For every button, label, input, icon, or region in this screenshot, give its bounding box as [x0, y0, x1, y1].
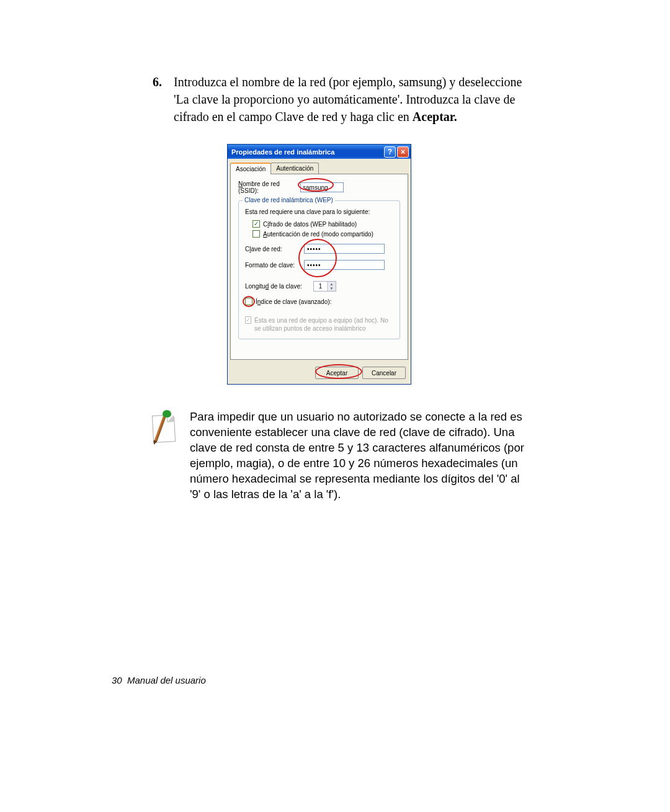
formato-label: Formato de clave: — [245, 262, 304, 269]
page-number: 30 — [112, 675, 122, 685]
longitud-value: 1 — [314, 282, 328, 291]
note-icon — [153, 411, 177, 445]
ssid-label: Nombre de red (SSID): — [238, 181, 300, 194]
dialog-title: Propiedades de red inalámbrica — [231, 148, 383, 156]
step-text-bold: Aceptar. — [413, 110, 457, 123]
ok-button[interactable]: Aceptar — [315, 367, 359, 379]
tabs: Asociación Autenticación — [228, 159, 411, 174]
checkbox-cifrado[interactable]: ✓ — [252, 220, 260, 228]
cancel-button[interactable]: Cancelar — [362, 367, 406, 379]
wep-legend: Clave de red inalámbrica (WEP) — [243, 197, 335, 203]
footer-title: Manual del usuario — [127, 675, 206, 685]
indice-label: Índice de clave (avanzado): — [256, 298, 331, 305]
longitud-spinner[interactable]: 1 ▲▼ — [313, 281, 336, 292]
checkbox-cifrado-label: Cifrado de datos (WEP habilitado) — [263, 221, 357, 228]
tab-panel-asociacion: Nombre de red (SSID): Clave de red inalá… — [230, 174, 408, 360]
help-button[interactable]: ? — [384, 146, 396, 158]
step-text-body: Introduzca el nombre de la red (por ejem… — [174, 75, 522, 123]
checkbox-adhoc: ✓ — [245, 316, 251, 324]
longitud-label: Longitud de la clave: — [245, 283, 313, 290]
step-number: 6. — [153, 73, 174, 125]
wep-fieldset: Clave de red inalámbrica (WEP) Esta red … — [238, 200, 400, 339]
adhoc-row: ✓ Ésta es una red de equipo a equipo (ad… — [245, 316, 393, 332]
note-text: Para impedir que un usuario no autorizad… — [190, 409, 525, 502]
close-button[interactable]: × — [397, 146, 409, 158]
ssid-input[interactable] — [300, 182, 344, 192]
adhoc-label: Ésta es una red de equipo a equipo (ad h… — [254, 316, 393, 332]
step-text: Introduzca el nombre de la red (por ejem… — [174, 73, 525, 125]
checkbox-auth-label: Autenticación de red (modo compartido) — [263, 231, 373, 238]
checkbox-auth[interactable] — [252, 230, 260, 238]
dialog-titlebar: Propiedades de red inalámbrica ? × — [228, 145, 411, 159]
note-block: Para impedir que un usuario no autorizad… — [153, 409, 525, 502]
wep-desc: Esta red requiere una clave para lo sigu… — [245, 208, 393, 215]
checkbox-cifrado-row[interactable]: ✓ Cifrado de datos (WEP habilitado) — [252, 220, 393, 228]
tab-asociacion[interactable]: Asociación — [230, 163, 271, 174]
clave-label: Clave de red: — [245, 246, 304, 252]
page-footer: 30 Manual del usuario — [112, 675, 206, 685]
checkbox-auth-row[interactable]: Autenticación de red (modo compartido) — [252, 230, 393, 238]
dialog-screenshot: Propiedades de red inalámbrica ? × Asoci… — [227, 144, 525, 385]
formato-input[interactable]: ••••• — [304, 260, 385, 270]
checkbox-indice[interactable] — [245, 298, 252, 305]
spinner-arrows[interactable]: ▲▼ — [328, 282, 336, 291]
tab-autenticacion[interactable]: Autenticación — [270, 163, 319, 174]
step-6: 6. Introduzca el nombre de la red (por e… — [153, 73, 525, 125]
clave-input[interactable]: ••••• — [304, 244, 385, 254]
